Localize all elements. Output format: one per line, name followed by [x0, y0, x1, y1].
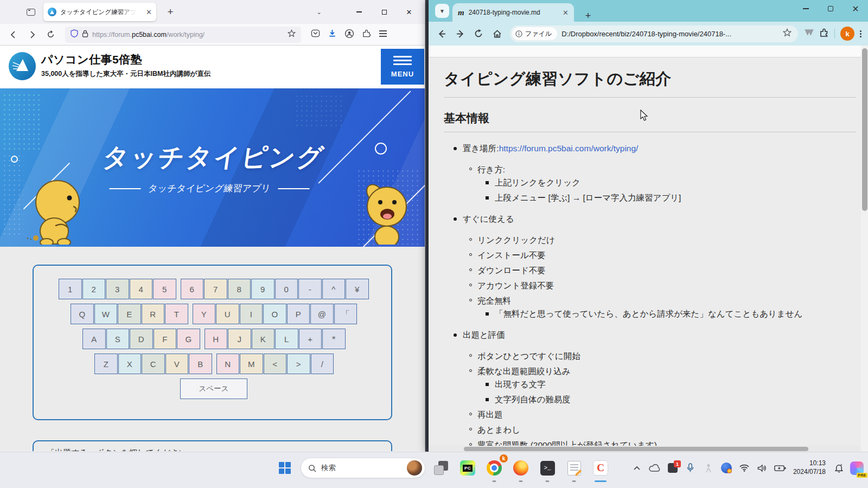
taskbar-app-camtasia[interactable]: C	[590, 457, 611, 479]
key-O[interactable]: O	[263, 304, 286, 324]
key-P[interactable]: P	[287, 304, 310, 324]
firefox-view-icon[interactable]	[23, 4, 39, 20]
microphone-icon[interactable]	[684, 459, 698, 477]
close-button[interactable]: ✕	[397, 3, 422, 21]
key-T[interactable]: T	[165, 304, 188, 324]
taskbar-app-desktops[interactable]	[430, 457, 452, 479]
start-button[interactable]	[274, 457, 296, 479]
key-+[interactable]: +	[299, 329, 322, 349]
downloads-icon[interactable]	[328, 29, 337, 40]
doc-link[interactable]: https://forum.pc5bai.com/work/typing/	[499, 143, 639, 154]
horizontal-scrollbar[interactable]	[429, 446, 861, 452]
key->[interactable]: >	[287, 354, 310, 374]
key-D[interactable]: D	[130, 329, 153, 349]
minimize-button[interactable]	[347, 3, 372, 21]
vimium-extension-icon[interactable]	[805, 29, 814, 38]
key-¥[interactable]: ¥	[346, 279, 369, 299]
vertical-scrollbar-thumb[interactable]	[862, 48, 867, 211]
tab-search-icon[interactable]: ▼	[435, 4, 449, 18]
key-2[interactable]: 2	[82, 279, 106, 299]
forward-icon[interactable]	[451, 25, 469, 42]
tray-clock[interactable]: 10:13 2024/07/18	[793, 459, 826, 476]
maximize-button[interactable]	[818, 0, 843, 17]
key-S[interactable]: S	[106, 329, 130, 349]
menu-button[interactable]: MENU	[381, 49, 424, 85]
taskbar-app-firefox[interactable]	[510, 457, 532, 479]
key-space[interactable]: スペース	[180, 378, 247, 399]
new-tab-button[interactable]: +	[580, 10, 596, 22]
blue-globe-app-icon[interactable]	[719, 459, 733, 477]
key-N[interactable]: N	[216, 354, 240, 374]
bookmark-star-icon[interactable]	[783, 28, 792, 39]
key-「[interactable]: 「	[334, 304, 358, 324]
chrome-menu-icon[interactable]	[860, 30, 861, 37]
tracking-shield-icon[interactable]	[71, 29, 78, 40]
tray-expand-chevron-icon[interactable]	[630, 459, 644, 477]
key-^[interactable]: ^	[322, 279, 346, 299]
key-B[interactable]: B	[189, 354, 212, 374]
key-F[interactable]: F	[154, 329, 177, 349]
key-3[interactable]: 3	[106, 279, 129, 299]
minimize-button[interactable]	[793, 0, 818, 17]
site-title[interactable]: パソコン仕事5倍塾	[41, 52, 142, 67]
key-4[interactable]: 4	[130, 279, 153, 299]
taskbar-app-terminal[interactable]: >_	[537, 457, 558, 479]
key-U[interactable]: U	[216, 304, 239, 324]
reload-icon[interactable]	[470, 25, 487, 42]
key-L[interactable]: L	[275, 329, 298, 349]
file-scheme-chip[interactable]: ファイル	[512, 27, 557, 40]
key-/[interactable]: /	[311, 354, 334, 374]
key--[interactable]: -	[298, 279, 322, 299]
key-5[interactable]: 5	[153, 279, 176, 299]
key-H[interactable]: H	[205, 329, 228, 349]
profile-avatar[interactable]: k	[840, 27, 854, 41]
horizontal-scrollbar-thumb[interactable]	[464, 447, 808, 451]
home-icon[interactable]	[488, 25, 506, 42]
key-K[interactable]: K	[252, 329, 275, 349]
taskbar-search[interactable]: 検索	[301, 458, 425, 478]
chrome-active-tab[interactable]: m 240718-typing-movie.md ✕	[452, 3, 574, 22]
reload-icon[interactable]	[42, 27, 59, 42]
tab-close-icon[interactable]: ✕	[563, 9, 569, 17]
key-A[interactable]: A	[82, 329, 106, 349]
tab-close-icon[interactable]: ✕	[146, 8, 152, 16]
close-button[interactable]: ✕	[843, 0, 868, 17]
forward-icon[interactable]	[24, 27, 40, 42]
key-V[interactable]: V	[165, 354, 189, 374]
key-7[interactable]: 7	[204, 279, 227, 299]
key-G[interactable]: G	[177, 329, 200, 349]
key-R[interactable]: R	[142, 304, 165, 324]
battery-icon[interactable]	[773, 459, 787, 477]
key-Q[interactable]: Q	[71, 304, 94, 324]
key-8[interactable]: 8	[228, 279, 251, 299]
taskbar-app-pycharm[interactable]: PC	[457, 457, 478, 479]
key-1[interactable]: 1	[59, 279, 82, 299]
taskbar-app-chrome[interactable]: k	[483, 457, 505, 479]
key-@[interactable]: @	[310, 304, 334, 324]
key-W[interactable]: W	[94, 304, 118, 324]
notification-bell-dnd-icon[interactable]: z	[832, 459, 846, 477]
new-tab-button[interactable]: +	[163, 6, 178, 18]
back-icon[interactable]	[433, 25, 450, 42]
key-M[interactable]: M	[240, 354, 263, 374]
key-0[interactable]: 0	[275, 279, 298, 299]
extensions-icon[interactable]	[362, 29, 371, 40]
address-bar[interactable]: ファイル D:/Dropbox/recent/biz/240718-typing…	[510, 25, 798, 42]
lock-icon[interactable]	[82, 30, 88, 40]
url-bar[interactable]: https://forum.pc5bai.com/work/typing/	[65, 27, 301, 43]
pen-pairing-icon[interactable]	[701, 459, 716, 477]
wifi-icon[interactable]	[737, 459, 751, 477]
firefox-active-tab[interactable]: タッチタイピング練習アプリへようこそ ✕	[43, 3, 156, 21]
key-6[interactable]: 6	[181, 279, 204, 299]
taskbar-app-notepad[interactable]	[563, 457, 585, 479]
account-icon[interactable]	[344, 29, 354, 41]
key-C[interactable]: C	[142, 354, 165, 374]
bookmark-star-icon[interactable]	[288, 29, 296, 40]
extensions-puzzle-icon[interactable]	[819, 28, 829, 40]
app-menu-icon[interactable]	[379, 30, 387, 40]
key-X[interactable]: X	[118, 354, 142, 374]
key-Z[interactable]: Z	[94, 354, 118, 374]
site-logo-icon[interactable]	[8, 52, 37, 83]
key-Y[interactable]: Y	[193, 304, 216, 324]
list-tabs-chevron-icon[interactable]: ⌄	[310, 9, 328, 16]
